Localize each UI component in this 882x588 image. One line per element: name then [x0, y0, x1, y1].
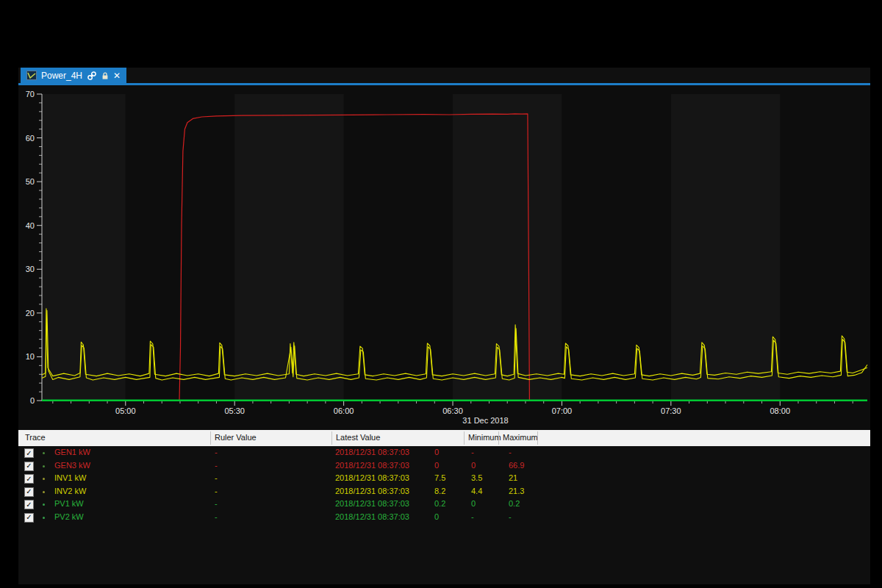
maximum-value: 21.3	[509, 487, 524, 495]
col-latest-value[interactable]: Latest Value	[336, 433, 380, 442]
table-row[interactable]: ✓ PV2 kW - 2018/12/31 08:37:03 0 - -	[18, 511, 870, 524]
minimum-value: -	[471, 512, 474, 521]
trend-chart-canvas[interactable]: 01020304050607005:0005:3006:0006:3007:00…	[18, 85, 870, 430]
col-maximum[interactable]: Maximum	[503, 433, 538, 442]
svg-text:20: 20	[26, 309, 35, 318]
trend-chart[interactable]: 01020304050607005:0005:3006:0006:3007:00…	[18, 85, 870, 430]
minimum-value: 0	[471, 499, 476, 508]
trace-status-dot	[43, 452, 45, 454]
column-separator[interactable]	[331, 431, 332, 445]
svg-text:60: 60	[26, 134, 35, 143]
svg-text:07:00: 07:00	[552, 406, 573, 415]
check-icon: ✓	[26, 450, 32, 457]
latest-value: 8.2	[434, 487, 445, 495]
svg-text:06:00: 06:00	[334, 406, 354, 415]
latest-value: 0	[434, 461, 439, 470]
maximum-value: 66.9	[509, 461, 524, 470]
svg-text:05:30: 05:30	[224, 406, 245, 415]
latest-time: 2018/12/31 08:37:03	[335, 461, 409, 470]
ruler-value: -	[215, 512, 218, 521]
table-row[interactable]: ✓ INV2 kW - 2018/12/31 08:37:03 8.2 4.4 …	[18, 485, 870, 498]
trace-checkbox[interactable]: ✓	[24, 513, 34, 523]
svg-text:31 Dec 2018: 31 Dec 2018	[462, 416, 508, 425]
svg-text:06:30: 06:30	[442, 406, 463, 415]
ruler-value: -	[215, 473, 218, 482]
check-icon: ✓	[26, 476, 32, 483]
trend-chart-icon	[26, 71, 37, 80]
trace-status-dot	[43, 517, 45, 519]
trace-name: PV2 kW	[54, 512, 84, 521]
trace-status-dot	[43, 503, 45, 506]
check-icon: ✓	[26, 501, 32, 509]
trace-checkbox[interactable]: ✓	[24, 474, 34, 484]
table-header: Trace Ruler Value Latest Value Minimum M…	[18, 430, 870, 446]
minimum-value: 4.4	[471, 487, 482, 495]
col-ruler-value[interactable]: Ruler Value	[215, 433, 257, 442]
trace-checkbox[interactable]: ✓	[24, 487, 34, 497]
link-icon[interactable]	[87, 71, 97, 81]
svg-text:40: 40	[26, 221, 35, 230]
maximum-value: -	[509, 512, 512, 521]
trace-checkbox[interactable]: ✓	[24, 448, 34, 458]
check-icon: ✓	[26, 514, 32, 521]
svg-text:0: 0	[30, 396, 35, 405]
ruler-value: -	[215, 448, 218, 456]
minimum-value: 3.5	[471, 473, 482, 482]
trace-status-dot	[43, 491, 45, 493]
check-icon: ✓	[26, 488, 32, 495]
trace-status-dot	[43, 478, 45, 480]
trace-checkbox[interactable]: ✓	[24, 500, 34, 509]
svg-text:05:00: 05:00	[115, 406, 136, 415]
latest-time: 2018/12/31 08:37:03	[335, 487, 409, 495]
trace-name: INV2 kW	[54, 487, 86, 495]
maximum-value: 0.2	[509, 499, 520, 508]
column-separator[interactable]	[210, 431, 211, 445]
latest-time: 2018/12/31 08:37:03	[335, 499, 409, 508]
minimum-value: -	[471, 448, 474, 456]
svg-text:07:30: 07:30	[661, 406, 681, 415]
column-separator[interactable]	[537, 431, 538, 445]
trace-name: PV1 kW	[54, 499, 84, 508]
col-trace[interactable]: Trace	[25, 433, 46, 442]
column-separator[interactable]	[498, 431, 499, 445]
latest-value: 7.5	[434, 473, 445, 482]
close-icon[interactable]: ✕	[113, 71, 121, 80]
svg-text:30: 30	[26, 265, 35, 273]
maximum-value: -	[509, 448, 512, 456]
latest-value: 0	[434, 448, 439, 456]
svg-text:10: 10	[26, 352, 35, 361]
app-window: Power_4H ✕ 01020304050607005	[0, 0, 882, 588]
trace-status-dot	[43, 465, 45, 467]
trace-table: ✓ GEN1 kW - 2018/12/31 08:37:03 0 - - ✓ …	[18, 446, 870, 584]
table-row[interactable]: ✓ GEN3 kW - 2018/12/31 08:37:03 0 0 66.9	[18, 459, 870, 473]
trace-name: INV1 kW	[54, 473, 86, 482]
tab-power-4h[interactable]: Power_4H ✕	[21, 68, 126, 83]
svg-text:70: 70	[26, 90, 35, 98]
trace-name: GEN1 kW	[54, 448, 90, 456]
svg-text:08:00: 08:00	[770, 406, 791, 415]
latest-time: 2018/12/31 08:37:03	[335, 473, 409, 482]
check-icon: ✓	[26, 462, 32, 470]
svg-text:50: 50	[26, 177, 35, 186]
col-minimum[interactable]: Minimum	[468, 433, 501, 442]
latest-value: 0.2	[434, 499, 445, 508]
ruler-value: -	[215, 499, 218, 508]
trace-name: GEN3 kW	[54, 461, 90, 470]
tab-bar: Power_4H ✕	[18, 68, 870, 83]
ruler-value: -	[215, 461, 218, 470]
table-row[interactable]: ✓ GEN1 kW - 2018/12/31 08:37:03 0 - -	[18, 446, 870, 459]
table-row[interactable]: ✓ PV1 kW - 2018/12/31 08:37:03 0.2 0 0.2	[18, 498, 870, 511]
trace-checkbox[interactable]: ✓	[24, 462, 34, 471]
latest-time: 2018/12/31 08:37:03	[335, 512, 409, 521]
lock-icon[interactable]	[101, 71, 109, 80]
column-separator[interactable]	[464, 431, 465, 445]
table-row[interactable]: ✓ INV1 kW - 2018/12/31 08:37:03 7.5 3.5 …	[18, 472, 870, 485]
latest-value: 0	[434, 512, 439, 521]
tab-label: Power_4H	[41, 71, 82, 81]
latest-time: 2018/12/31 08:37:03	[335, 448, 409, 456]
minimum-value: 0	[471, 461, 476, 470]
ruler-value: -	[215, 487, 218, 495]
maximum-value: 21	[509, 473, 517, 482]
